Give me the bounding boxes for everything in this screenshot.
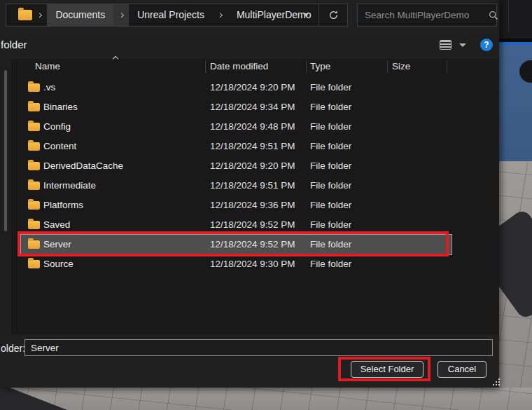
screen: Documents Unreal Projects MultiPlayerDem…: [0, 0, 532, 410]
file-name: .vs: [43, 82, 55, 93]
column-separator[interactable]: [205, 60, 206, 73]
new-folder-button[interactable]: folder: [1, 39, 27, 50]
select-folder-button[interactable]: Select Folder: [351, 361, 424, 378]
file-date: 12/18/2024 9:51 PM: [210, 141, 295, 151]
file-name: Content: [43, 141, 76, 151]
table-row-selected[interactable]: Server 12/18/2024 9:52 PM File folder: [21, 235, 451, 254]
viewport-dark-object: [499, 207, 532, 320]
viewport-dark-corner: [0, 388, 67, 410]
table-row[interactable]: Binaries 12/18/2024 9:34 PM File folder: [21, 97, 451, 117]
view-mode-dropdown-icon[interactable]: [459, 43, 466, 47]
refresh-button[interactable]: [319, 4, 347, 26]
search-icon[interactable]: [489, 11, 498, 20]
file-date: 12/18/2024 9:52 PM: [210, 239, 295, 250]
folder-icon: [28, 260, 40, 268]
file-type: File folder: [310, 239, 351, 250]
folder-icon: [28, 182, 40, 190]
file-name: Intermediate: [43, 180, 96, 191]
column-header-size[interactable]: Size: [392, 59, 410, 74]
column-separator[interactable]: [387, 60, 388, 73]
view-mode-icon[interactable]: [440, 40, 451, 50]
folder-icon: [18, 10, 32, 20]
file-date: 12/18/2024 9:48 PM: [210, 121, 295, 132]
table-row[interactable]: Content 12/18/2024 9:51 PM File folder: [21, 137, 451, 156]
file-name: Source: [43, 259, 74, 269]
file-name: Config: [43, 121, 71, 132]
nav-scrollbar[interactable]: [4, 70, 7, 231]
file-date: 12/18/2024 9:52 PM: [210, 219, 295, 230]
folder-icon: [28, 201, 40, 210]
folder-icon: [28, 142, 40, 151]
file-list: Name Date modified Type Size .vs 12/18/2…: [13, 59, 499, 335]
toolbar-row: folder ?: [0, 31, 499, 59]
table-row[interactable]: Platforms 12/18/2024 9:36 PM File folder: [21, 196, 451, 215]
address-dropdown-icon[interactable]: [303, 13, 309, 17]
search-box: [357, 4, 497, 27]
file-type: File folder: [310, 180, 351, 191]
file-type: File folder: [310, 141, 351, 151]
table-row[interactable]: DerivedDataCache 12/18/2024 9:20 PM File…: [21, 156, 451, 176]
column-header-date[interactable]: Date modified: [210, 59, 268, 74]
file-date: 12/18/2024 9:20 PM: [210, 160, 295, 171]
file-type: File folder: [310, 200, 351, 210]
breadcrumb-unreal-projects[interactable]: Unreal Projects: [129, 4, 213, 26]
table-row[interactable]: Source 12/18/2024 9:30 PM File folder: [21, 254, 451, 274]
file-name: Platforms: [43, 200, 83, 210]
column-header-type[interactable]: Type: [310, 59, 330, 74]
folder-icon: [28, 123, 40, 131]
refresh-icon: [328, 10, 339, 20]
folder-input-label: older:: [1, 343, 25, 354]
select-folder-dialog: Documents Unreal Projects MultiPlayerDem…: [0, 0, 499, 388]
file-name: Saved: [43, 219, 70, 230]
help-button[interactable]: ?: [480, 39, 493, 51]
folder-icon: [28, 240, 40, 249]
column-header-name[interactable]: Name: [35, 59, 60, 74]
breadcrumb-chevron[interactable]: [213, 4, 228, 26]
table-row[interactable]: .vs 12/18/2024 9:20 PM File folder: [21, 78, 451, 97]
file-date: 12/18/2024 9:36 PM: [210, 200, 295, 210]
file-type: File folder: [310, 259, 351, 269]
folder-name-input[interactable]: [24, 339, 493, 356]
file-name: Binaries: [43, 102, 78, 112]
column-separator[interactable]: [447, 60, 447, 73]
file-type: File folder: [310, 102, 351, 112]
address-bar[interactable]: Documents Unreal Projects MultiPlayerDem…: [6, 4, 348, 27]
cancel-button[interactable]: Cancel: [438, 361, 486, 378]
file-date: 12/18/2024 9:30 PM: [210, 259, 295, 269]
chevron-right-icon: [118, 13, 124, 18]
breadcrumb-documents[interactable]: Documents: [47, 4, 113, 26]
column-separator[interactable]: [306, 60, 307, 73]
file-type: File folder: [310, 82, 351, 93]
address-row: Documents Unreal Projects MultiPlayerDem…: [0, 0, 499, 31]
resize-grip[interactable]: [498, 384, 500, 385]
search-input[interactable]: [358, 10, 489, 20]
background-top-right: [499, 0, 532, 40]
file-date: 12/18/2024 9:34 PM: [210, 102, 295, 112]
background-orb: [519, 60, 532, 83]
file-rows: .vs 12/18/2024 9:20 PM File folder Binar…: [21, 78, 451, 274]
table-row[interactable]: Intermediate 12/18/2024 9:51 PM File fol…: [21, 176, 451, 196]
nav-pane-strip: [0, 59, 13, 335]
folder-icon: [28, 103, 40, 111]
question-mark-icon: ?: [484, 40, 489, 50]
folder-icon: [28, 83, 40, 92]
breadcrumb-chevron[interactable]: [113, 4, 129, 26]
dialog-footer: older: Select Folder Cancel: [0, 335, 499, 388]
file-type: File folder: [310, 160, 351, 171]
viewport-right: [499, 161, 532, 388]
folder-icon: [28, 162, 40, 170]
file-name: Server: [43, 239, 71, 250]
folder-icon: [28, 221, 40, 229]
chevron-right-icon: [37, 13, 43, 18]
table-row[interactable]: Saved 12/18/2024 9:52 PM File folder: [21, 215, 451, 235]
file-date: 12/18/2024 9:51 PM: [210, 180, 295, 191]
background-blue-panel: [499, 45, 532, 161]
file-type: File folder: [310, 219, 351, 230]
chevron-right-icon: [218, 13, 223, 18]
file-name: DerivedDataCache: [43, 160, 123, 171]
background-window-edge: [508, 0, 509, 32]
table-row[interactable]: Config 12/18/2024 9:48 PM File folder: [21, 117, 451, 137]
file-type: File folder: [310, 121, 351, 132]
viewport-bottom: [0, 388, 532, 410]
file-date: 12/18/2024 9:20 PM: [210, 82, 295, 93]
